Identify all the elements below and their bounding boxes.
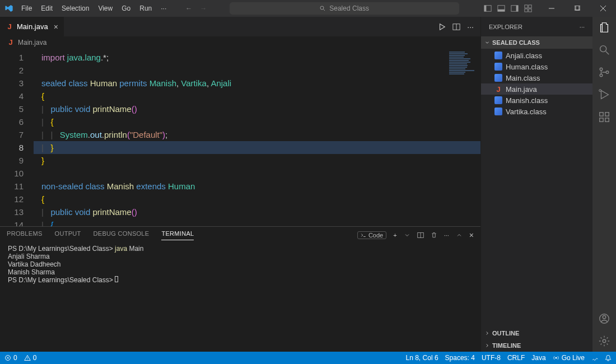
explorer-root-header[interactable]: SEALED CLASS xyxy=(481,36,592,49)
file-Vartika-class[interactable]: Vartika.class xyxy=(481,106,592,117)
warn-icon xyxy=(24,354,31,361)
more-icon[interactable]: ··· xyxy=(580,24,585,30)
search-text: Sealed Class xyxy=(329,4,369,12)
status-item[interactable]: Java xyxy=(531,354,545,362)
broadcast-icon xyxy=(553,354,559,361)
status-item[interactable]: CRLF xyxy=(507,354,525,362)
command-center[interactable]: Sealed Class xyxy=(207,2,482,15)
chevron-down-icon xyxy=(484,40,490,45)
status-item[interactable]: UTF-8 xyxy=(482,354,501,362)
class-file-icon xyxy=(494,108,502,115)
menu-···[interactable]: ··· xyxy=(157,2,170,15)
extensions-icon[interactable] xyxy=(598,111,610,123)
maximize-button[interactable] xyxy=(564,0,590,17)
file-Manish-class[interactable]: Manish.class xyxy=(481,95,592,106)
file-Human-class[interactable]: Human.class xyxy=(481,61,592,72)
chevron-down-icon[interactable] xyxy=(404,232,410,239)
svg-line-1 xyxy=(324,10,325,11)
status-errors[interactable]: 0 xyxy=(4,354,17,362)
panel-tabs: PROBLEMSOUTPUTDEBUG CONSOLETERMINAL xyxy=(7,230,194,240)
svg-rect-8 xyxy=(525,5,528,8)
search-icon[interactable] xyxy=(598,44,610,56)
status-warnings[interactable]: 0 xyxy=(24,354,37,362)
new-terminal-icon[interactable]: + xyxy=(393,232,396,239)
class-file-icon xyxy=(494,96,502,104)
svg-point-24 xyxy=(600,74,603,77)
file-Main-class[interactable]: Main.class xyxy=(481,72,592,83)
svg-point-0 xyxy=(320,6,324,10)
status-item[interactable]: Ln 8, Col 6 xyxy=(406,354,438,362)
panel: PROBLEMSOUTPUTDEBUG CONSOLETERMINAL Code… xyxy=(0,226,480,352)
source-control-icon[interactable] xyxy=(598,66,610,78)
java-file-icon: J xyxy=(494,85,502,93)
terminal[interactable]: PS D:\My Learnings\Sealed Class> java Ma… xyxy=(0,244,480,352)
terminal-profile-button[interactable]: Code xyxy=(357,231,386,239)
account-icon[interactable] xyxy=(598,312,610,325)
svg-rect-7 xyxy=(516,6,519,12)
panel-tab-output[interactable]: OUTPUT xyxy=(55,230,81,240)
layout-left-icon[interactable] xyxy=(484,4,492,12)
chevron-right-icon xyxy=(484,343,490,348)
file-tree: Anjali.classHuman.classMain.classJMain.j… xyxy=(481,49,592,327)
outline-section[interactable]: OUTLINE xyxy=(481,327,592,339)
prettier-icon[interactable] xyxy=(591,354,598,361)
forward-icon[interactable]: → xyxy=(200,4,207,12)
error-icon xyxy=(4,354,11,361)
panel-tab-debug-console[interactable]: DEBUG CONSOLE xyxy=(94,230,150,240)
svg-rect-29 xyxy=(605,118,609,122)
status-item[interactable]: Go Live xyxy=(553,354,585,362)
minimap[interactable] xyxy=(449,51,477,118)
close-icon[interactable]: × xyxy=(54,22,58,31)
layout-bottom-icon[interactable] xyxy=(497,4,505,12)
close-button[interactable] xyxy=(590,0,616,17)
menu-view[interactable]: View xyxy=(95,2,116,15)
close-panel-icon[interactable]: × xyxy=(469,231,474,240)
svg-rect-14 xyxy=(576,6,580,10)
breadcrumb[interactable]: J Main.java xyxy=(0,36,480,49)
chevron-up-icon[interactable] xyxy=(456,232,463,239)
minimize-button[interactable] xyxy=(539,0,564,17)
svg-rect-5 xyxy=(498,10,505,12)
back-icon[interactable]: ← xyxy=(185,4,192,12)
class-file-icon xyxy=(494,74,502,82)
layout-right-icon[interactable] xyxy=(511,4,519,12)
svg-point-21 xyxy=(600,46,606,52)
file-Main-java[interactable]: JMain.java xyxy=(481,83,592,95)
menu-file[interactable]: File xyxy=(18,2,35,15)
svg-rect-28 xyxy=(600,118,603,122)
terminal-small-icon xyxy=(361,232,366,238)
debug-icon[interactable] xyxy=(598,88,610,101)
split-icon[interactable] xyxy=(452,23,460,31)
settings-icon[interactable] xyxy=(598,335,610,347)
explorer-title: EXPLORER xyxy=(489,24,522,30)
panel-tab-terminal[interactable]: TERMINAL xyxy=(161,230,194,240)
code-content[interactable]: import java.lang.*;sealed class Human pe… xyxy=(34,49,480,226)
run-icon[interactable] xyxy=(438,23,446,31)
svg-point-32 xyxy=(603,316,606,319)
status-item[interactable]: Spaces: 4 xyxy=(445,354,475,362)
files-icon[interactable] xyxy=(598,21,610,34)
menu-edit[interactable]: Edit xyxy=(38,2,56,15)
svg-rect-11 xyxy=(529,9,531,12)
svg-rect-10 xyxy=(525,9,528,12)
menu-selection[interactable]: Selection xyxy=(58,2,92,15)
menu-run[interactable]: Run xyxy=(136,2,155,15)
editor[interactable]: 1234567891011121314 import java.lang.*;s… xyxy=(0,49,480,226)
file-Anjali-class[interactable]: Anjali.class xyxy=(481,50,592,61)
svg-rect-9 xyxy=(529,5,531,8)
explorer-sidebar: EXPLORER ··· SEALED CLASS Anjali.classHu… xyxy=(480,17,592,352)
more-icon[interactable]: ··· xyxy=(467,22,474,31)
panel-tab-problems[interactable]: PROBLEMS xyxy=(7,230,43,240)
menu-go[interactable]: Go xyxy=(118,2,134,15)
more-icon[interactable]: ··· xyxy=(444,232,449,239)
trash-icon[interactable] xyxy=(431,232,437,239)
svg-rect-3 xyxy=(484,6,487,12)
gutter: 1234567891011121314 xyxy=(0,49,34,226)
timeline-section[interactable]: TIMELINE xyxy=(481,339,592,352)
split-terminal-icon[interactable] xyxy=(417,232,424,239)
search-icon xyxy=(319,5,326,12)
svg-point-33 xyxy=(603,339,606,343)
layout-custom-icon[interactable] xyxy=(524,4,532,12)
tab-main-java[interactable]: J Main.java × xyxy=(0,17,64,36)
bell-icon[interactable] xyxy=(605,354,612,361)
